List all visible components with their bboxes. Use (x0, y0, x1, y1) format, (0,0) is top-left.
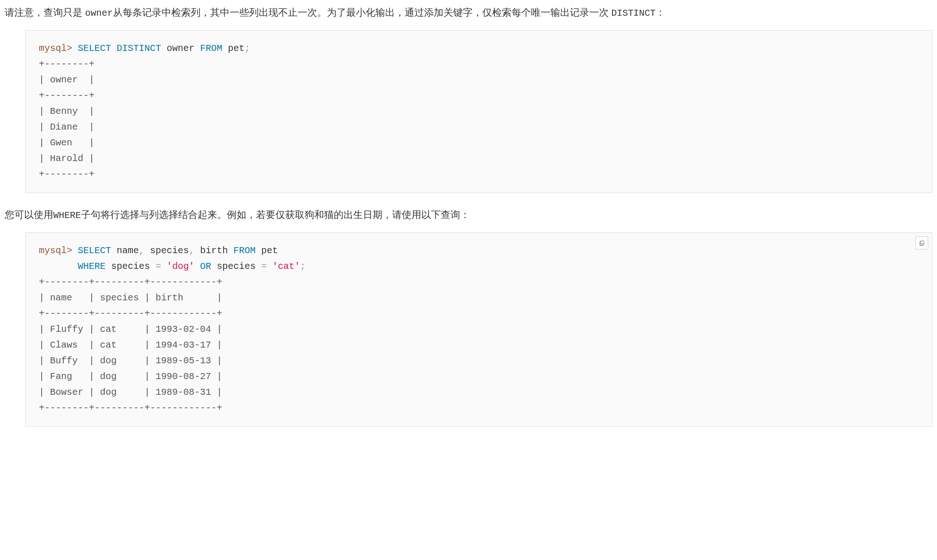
sql-column: species (150, 245, 189, 256)
text: 从每条记录中检索列，其中一些列出现不止一次。为了最小化输出，通过添加关键字，仅检… (113, 7, 612, 18)
sql-operator: = (156, 261, 161, 272)
sql-column: owner (167, 43, 194, 54)
paragraph-1: 请注意，查询只是 owner从每条记录中检索列，其中一些列出现不止一次。为了最小… (5, 5, 932, 21)
sql-table: pet (228, 43, 244, 54)
sql-punct: , (139, 245, 144, 256)
text: 子句将行选择与列选择结合起来。例如，若要仅获取狗和猫的出生日期，请使用以下查询： (81, 209, 470, 220)
sql-output: +--------+---------+------------+ | name… (39, 277, 222, 413)
sql-string: 'dog' (167, 261, 194, 272)
sql-keyword: SELECT (78, 245, 111, 256)
sql-punct: ; (244, 43, 250, 54)
sql-output: +--------+ | owner | +--------+ | Benny … (39, 59, 94, 180)
sql-punct: ; (300, 261, 306, 272)
code-block-1: mysql> SELECT DISTINCT owner FROM pet; +… (25, 30, 932, 193)
sql-table: pet (261, 245, 278, 256)
sql-string: 'cat' (272, 261, 300, 272)
inline-code: owner (85, 8, 113, 19)
sql-keyword: DISTINCT (117, 43, 161, 54)
sql-keyword: SELECT (78, 43, 111, 54)
clipboard-icon (918, 239, 925, 247)
copy-button[interactable] (915, 236, 928, 249)
paragraph-2: 您可以使用WHERE子句将行选择与列选择结合起来。例如，若要仅获取狗和猫的出生日… (5, 207, 932, 223)
inline-code: WHERE (53, 210, 81, 221)
text: ： (656, 7, 665, 18)
sql-column: name (117, 245, 139, 256)
sql-column: birth (200, 245, 228, 256)
text: 您可以使用 (5, 209, 53, 220)
sql-column: species (217, 261, 256, 272)
sql-column: species (111, 261, 150, 272)
code-block-2: mysql> SELECT name, species, birth FROM … (25, 232, 932, 427)
sql-keyword: OR (200, 261, 211, 272)
inline-code: DISTINCT (612, 8, 656, 19)
sql-keyword: WHERE (78, 261, 106, 272)
sql-prompt: mysql> (39, 43, 72, 54)
sql-operator: = (261, 261, 267, 272)
text: 请注意，查询只是 (5, 7, 85, 18)
sql-prompt: mysql> (39, 245, 72, 256)
sql-keyword: FROM (233, 245, 256, 256)
sql-punct: , (189, 245, 194, 256)
sql-keyword: FROM (200, 43, 222, 54)
